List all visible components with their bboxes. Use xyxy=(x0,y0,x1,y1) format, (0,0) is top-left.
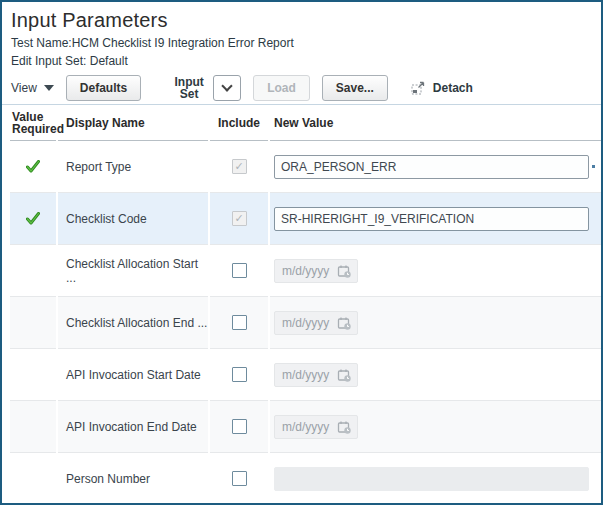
calendar-clock-icon[interactable] xyxy=(337,368,352,383)
param-label: Checklist Code xyxy=(58,193,208,245)
col-header-include: Include xyxy=(210,105,268,141)
parameters-table: Value Required Display Name Include New … xyxy=(10,105,603,505)
date-text-input[interactable] xyxy=(275,264,331,278)
include-checkbox[interactable] xyxy=(232,315,247,330)
table-row: Report Type ✓ xyxy=(10,141,603,193)
include-checkbox[interactable]: ✓ xyxy=(232,159,247,174)
table-row: Person Number xyxy=(10,453,603,505)
view-menu-button[interactable]: View xyxy=(11,81,54,95)
input-set-label: Input Set xyxy=(171,76,207,100)
table-row: API Invocation End Date xyxy=(10,401,603,453)
table-row: Checklist Allocation End ... xyxy=(10,297,603,349)
cursor-dot xyxy=(592,165,595,168)
table-header-row: Value Required Display Name Include New … xyxy=(10,105,603,141)
param-label: Report Type xyxy=(58,141,208,193)
defaults-button[interactable]: Defaults xyxy=(66,75,141,101)
new-value-input[interactable] xyxy=(274,155,589,179)
test-name-line: Test Name:HCM Checklist I9 Integration E… xyxy=(11,37,601,50)
save-button[interactable]: Save... xyxy=(322,75,388,101)
date-text-input[interactable] xyxy=(275,420,331,434)
toolbar: View Defaults Input Set Load Save... Det… xyxy=(2,71,601,105)
include-checkbox[interactable]: ✓ xyxy=(232,211,247,226)
input-set-dropdown-button[interactable] xyxy=(213,75,241,101)
param-label: Person Number xyxy=(58,453,208,505)
date-input[interactable] xyxy=(274,363,358,387)
param-label: Checklist Allocation Start ... xyxy=(58,245,208,297)
chevron-down-icon xyxy=(221,80,232,91)
detach-button[interactable]: Detach xyxy=(410,80,473,96)
table-row: Checklist Code ✓ xyxy=(10,193,603,245)
include-checkbox[interactable] xyxy=(232,367,247,382)
date-input[interactable] xyxy=(274,259,358,283)
include-checkbox[interactable] xyxy=(232,471,247,486)
view-menu-label: View xyxy=(11,81,37,95)
detach-label: Detach xyxy=(433,81,473,95)
include-checkbox[interactable] xyxy=(232,263,247,278)
param-label: API Invocation End Date xyxy=(58,401,208,453)
calendar-clock-icon[interactable] xyxy=(337,264,352,279)
required-check-icon xyxy=(26,160,40,173)
detach-icon xyxy=(410,80,426,96)
col-header-display-name: Display Name xyxy=(58,105,208,141)
load-button[interactable]: Load xyxy=(253,75,310,101)
include-checkbox[interactable] xyxy=(232,419,247,434)
date-text-input[interactable] xyxy=(275,368,331,382)
new-value-input[interactable] xyxy=(274,467,589,491)
date-input[interactable] xyxy=(274,415,358,439)
param-label: API Invocation Start Date xyxy=(58,349,208,401)
new-value-input[interactable] xyxy=(274,207,589,231)
col-header-new-value: New Value xyxy=(270,105,603,141)
table-row: API Invocation Start Date xyxy=(10,349,603,401)
triangle-down-icon xyxy=(44,85,54,91)
required-check-icon xyxy=(26,212,40,225)
date-text-input[interactable] xyxy=(275,316,331,330)
calendar-clock-icon[interactable] xyxy=(337,420,352,435)
param-label: Checklist Allocation End ... xyxy=(58,297,208,349)
input-parameters-panel: Input Parameters Test Name:HCM Checklist… xyxy=(0,0,603,505)
page-title: Input Parameters xyxy=(11,9,601,32)
date-input[interactable] xyxy=(274,311,358,335)
calendar-clock-icon[interactable] xyxy=(337,316,352,331)
col-header-value-required: Value Required xyxy=(10,105,56,141)
edit-input-set-line: Edit Input Set: Default xyxy=(11,55,601,68)
table-row: Checklist Allocation Start ... xyxy=(10,245,603,297)
